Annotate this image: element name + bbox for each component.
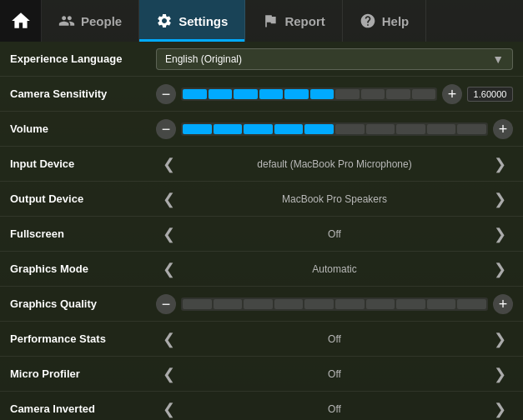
arrow-value-micro-profiler: Off (182, 368, 487, 380)
slider-seg-7 (361, 89, 385, 99)
settings-row-volume: Volume−+ (0, 112, 523, 147)
arrow-value-performance-stats: Off (182, 333, 487, 345)
slider-control-graphics-quality: −+ (156, 294, 513, 314)
arrow-left-camera-inverted[interactable]: ❮ (156, 400, 182, 418)
settings-row-experience-language: Experience LanguageEnglish (Original)▼ (0, 42, 523, 77)
arrow-value-input-device: default (MacBook Pro Microphone) (182, 158, 487, 170)
slider-seg-9 (457, 124, 486, 134)
slider-control-camera-sensitivity: −+1.60000 (156, 84, 513, 104)
slider-track-camera-sensitivity[interactable] (181, 88, 437, 101)
settings-row-graphics-mode: Graphics Mode❮Automatic❯ (0, 252, 523, 287)
arrow-left-fullscreen[interactable]: ❮ (156, 225, 182, 243)
arrow-control-fullscreen: ❮Off❯ (156, 225, 513, 243)
people-icon (58, 12, 75, 29)
tab-settings[interactable]: Settings (139, 0, 245, 42)
arrow-value-graphics-mode: Automatic (182, 263, 487, 275)
arrow-control-graphics-mode: ❮Automatic❯ (156, 260, 513, 278)
tab-settings-label: Settings (179, 14, 228, 28)
settings-row-output-device: Output Device❮MacBook Pro Speakers❯ (0, 182, 523, 217)
tab-help-label: Help (382, 14, 410, 28)
slider-value-camera-sensitivity: 1.60000 (467, 87, 513, 102)
settings-panel: Experience LanguageEnglish (Original)▼Ca… (0, 42, 523, 420)
settings-row-performance-stats: Performance Stats❮Off❯ (0, 322, 523, 357)
slider-seg-5 (335, 124, 365, 134)
slider-seg-0 (183, 299, 212, 309)
arrow-right-input-device[interactable]: ❯ (487, 155, 513, 173)
label-camera-sensitivity: Camera Sensitivity (10, 88, 156, 100)
settings-row-camera-sensitivity: Camera Sensitivity−+1.60000 (0, 77, 523, 112)
arrow-control-output-device: ❮MacBook Pro Speakers❯ (156, 190, 513, 208)
label-volume: Volume (10, 122, 156, 135)
arrow-left-input-device[interactable]: ❮ (156, 155, 182, 173)
top-navigation: People Settings Report Help (0, 0, 523, 42)
arrow-left-performance-stats[interactable]: ❮ (156, 330, 182, 348)
arrow-right-camera-inverted[interactable]: ❯ (487, 400, 513, 418)
report-icon (262, 12, 279, 29)
slider-seg-6 (366, 299, 395, 309)
tab-people-label: People (81, 14, 122, 28)
arrow-left-micro-profiler[interactable]: ❮ (156, 365, 182, 383)
label-graphics-mode: Graphics Mode (10, 262, 156, 275)
home-icon (10, 10, 32, 32)
settings-icon (156, 12, 173, 29)
label-graphics-quality: Graphics Quality (10, 298, 156, 310)
slider-seg-5 (335, 299, 365, 309)
slider-plus-graphics-quality[interactable]: + (493, 294, 513, 314)
dropdown-arrow-icon: ▼ (492, 52, 504, 66)
arrow-control-input-device: ❮default (MacBook Pro Microphone)❯ (156, 155, 513, 173)
slider-seg-3 (259, 89, 284, 99)
arrow-control-performance-stats: ❮Off❯ (156, 330, 513, 348)
settings-row-input-device: Input Device❮default (MacBook Pro Microp… (0, 147, 523, 182)
dropdown-value-experience-language: English (Original) (165, 53, 242, 65)
slider-seg-6 (366, 124, 395, 134)
slider-track-volume[interactable] (181, 122, 488, 136)
slider-seg-1 (214, 124, 243, 134)
home-button[interactable] (0, 0, 42, 42)
arrow-control-micro-profiler: ❮Off❯ (156, 365, 513, 383)
slider-seg-4 (284, 89, 309, 99)
label-input-device: Input Device (10, 158, 156, 170)
slider-control-volume: −+ (156, 119, 513, 139)
arrow-right-fullscreen[interactable]: ❯ (487, 225, 513, 243)
arrow-left-graphics-mode[interactable]: ❮ (156, 260, 182, 278)
slider-minus-volume[interactable]: − (156, 119, 176, 139)
tab-report[interactable]: Report (245, 0, 342, 42)
slider-seg-8 (427, 299, 456, 309)
slider-seg-2 (244, 124, 273, 134)
slider-seg-8 (386, 89, 410, 99)
slider-seg-4 (304, 299, 334, 309)
dropdown-experience-language[interactable]: English (Original)▼ (156, 48, 513, 70)
slider-seg-9 (457, 299, 486, 309)
arrow-control-camera-inverted: ❮Off❯ (156, 400, 513, 418)
tab-people[interactable]: People (42, 0, 139, 42)
slider-seg-4 (304, 124, 334, 134)
arrow-right-graphics-mode[interactable]: ❯ (487, 260, 513, 278)
slider-seg-1 (209, 89, 233, 99)
arrow-value-output-device: MacBook Pro Speakers (182, 193, 487, 205)
label-camera-inverted: Camera Inverted (10, 402, 156, 415)
label-output-device: Output Device (10, 192, 156, 205)
arrow-left-output-device[interactable]: ❮ (156, 190, 182, 208)
arrow-right-micro-profiler[interactable]: ❯ (487, 365, 513, 383)
ui-overlay: People Settings Report Help Experience L… (0, 0, 523, 420)
slider-track-graphics-quality[interactable] (181, 298, 488, 311)
slider-seg-3 (274, 299, 304, 309)
arrow-right-output-device[interactable]: ❯ (487, 190, 513, 208)
label-experience-language: Experience Language (10, 52, 156, 65)
tab-report-label: Report (284, 14, 324, 28)
slider-minus-camera-sensitivity[interactable]: − (156, 84, 176, 104)
slider-plus-camera-sensitivity[interactable]: + (442, 84, 462, 104)
slider-plus-volume[interactable]: + (493, 119, 513, 139)
slider-seg-8 (427, 124, 456, 134)
slider-seg-0 (183, 124, 212, 134)
tab-help[interactable]: Help (343, 0, 427, 42)
slider-seg-7 (396, 124, 425, 134)
slider-minus-graphics-quality[interactable]: − (156, 294, 176, 314)
slider-seg-3 (274, 124, 304, 134)
slider-seg-7 (396, 299, 425, 309)
slider-seg-1 (214, 299, 243, 309)
settings-row-micro-profiler: Micro Profiler❮Off❯ (0, 357, 523, 392)
slider-seg-6 (335, 89, 360, 99)
settings-row-graphics-quality: Graphics Quality−+ (0, 287, 523, 322)
arrow-right-performance-stats[interactable]: ❯ (487, 330, 513, 348)
